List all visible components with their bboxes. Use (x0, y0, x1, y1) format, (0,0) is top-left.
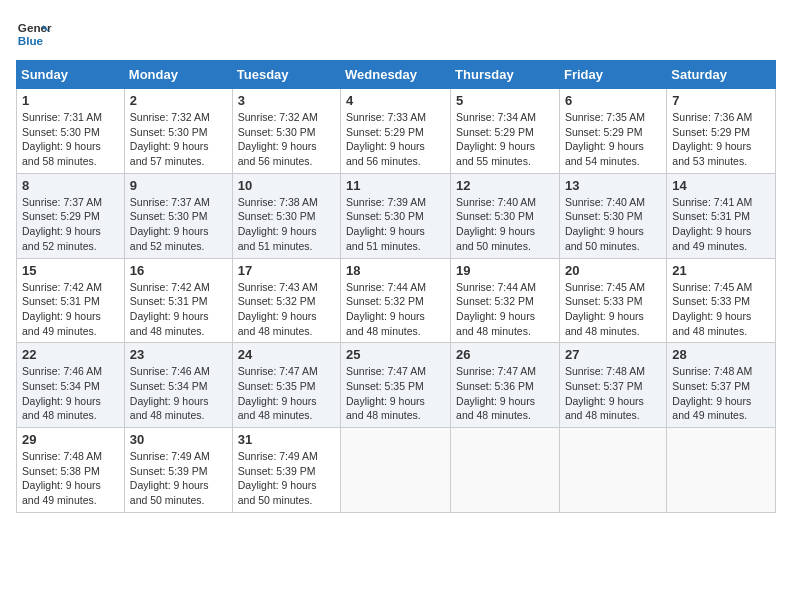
day-detail: Sunrise: 7:45 AM Sunset: 5:33 PM Dayligh… (672, 280, 770, 339)
day-number: 29 (22, 432, 119, 447)
day-number: 19 (456, 263, 554, 278)
calendar-cell (559, 428, 666, 513)
day-detail: Sunrise: 7:44 AM Sunset: 5:32 PM Dayligh… (346, 280, 445, 339)
header-sunday: Sunday (17, 61, 125, 89)
day-number: 16 (130, 263, 227, 278)
day-number: 27 (565, 347, 661, 362)
day-number: 17 (238, 263, 335, 278)
day-number: 20 (565, 263, 661, 278)
day-detail: Sunrise: 7:36 AM Sunset: 5:29 PM Dayligh… (672, 110, 770, 169)
day-detail: Sunrise: 7:33 AM Sunset: 5:29 PM Dayligh… (346, 110, 445, 169)
calendar-cell: 27 Sunrise: 7:48 AM Sunset: 5:37 PM Dayl… (559, 343, 666, 428)
svg-text:Blue: Blue (18, 34, 44, 47)
day-number: 23 (130, 347, 227, 362)
day-detail: Sunrise: 7:48 AM Sunset: 5:37 PM Dayligh… (672, 364, 770, 423)
calendar-cell: 20 Sunrise: 7:45 AM Sunset: 5:33 PM Dayl… (559, 258, 666, 343)
calendar-cell: 4 Sunrise: 7:33 AM Sunset: 5:29 PM Dayli… (341, 89, 451, 174)
calendar-cell: 2 Sunrise: 7:32 AM Sunset: 5:30 PM Dayli… (124, 89, 232, 174)
calendar-cell: 23 Sunrise: 7:46 AM Sunset: 5:34 PM Dayl… (124, 343, 232, 428)
day-detail: Sunrise: 7:38 AM Sunset: 5:30 PM Dayligh… (238, 195, 335, 254)
calendar-cell: 24 Sunrise: 7:47 AM Sunset: 5:35 PM Dayl… (232, 343, 340, 428)
calendar-cell: 16 Sunrise: 7:42 AM Sunset: 5:31 PM Dayl… (124, 258, 232, 343)
calendar-cell: 30 Sunrise: 7:49 AM Sunset: 5:39 PM Dayl… (124, 428, 232, 513)
calendar-cell: 12 Sunrise: 7:40 AM Sunset: 5:30 PM Dayl… (451, 173, 560, 258)
day-number: 28 (672, 347, 770, 362)
day-number: 6 (565, 93, 661, 108)
day-detail: Sunrise: 7:40 AM Sunset: 5:30 PM Dayligh… (456, 195, 554, 254)
day-number: 31 (238, 432, 335, 447)
day-number: 26 (456, 347, 554, 362)
day-number: 14 (672, 178, 770, 193)
calendar-cell: 29 Sunrise: 7:48 AM Sunset: 5:38 PM Dayl… (17, 428, 125, 513)
day-number: 30 (130, 432, 227, 447)
header-tuesday: Tuesday (232, 61, 340, 89)
calendar-cell: 26 Sunrise: 7:47 AM Sunset: 5:36 PM Dayl… (451, 343, 560, 428)
day-detail: Sunrise: 7:40 AM Sunset: 5:30 PM Dayligh… (565, 195, 661, 254)
day-detail: Sunrise: 7:31 AM Sunset: 5:30 PM Dayligh… (22, 110, 119, 169)
day-detail: Sunrise: 7:48 AM Sunset: 5:37 PM Dayligh… (565, 364, 661, 423)
day-number: 24 (238, 347, 335, 362)
day-detail: Sunrise: 7:46 AM Sunset: 5:34 PM Dayligh… (130, 364, 227, 423)
calendar-cell: 17 Sunrise: 7:43 AM Sunset: 5:32 PM Dayl… (232, 258, 340, 343)
calendar-cell: 1 Sunrise: 7:31 AM Sunset: 5:30 PM Dayli… (17, 89, 125, 174)
logo: General Blue (16, 16, 56, 52)
header-friday: Friday (559, 61, 666, 89)
day-detail: Sunrise: 7:39 AM Sunset: 5:30 PM Dayligh… (346, 195, 445, 254)
day-number: 21 (672, 263, 770, 278)
calendar-cell (341, 428, 451, 513)
calendar-body: 1 Sunrise: 7:31 AM Sunset: 5:30 PM Dayli… (17, 89, 776, 513)
day-detail: Sunrise: 7:32 AM Sunset: 5:30 PM Dayligh… (130, 110, 227, 169)
calendar-cell: 15 Sunrise: 7:42 AM Sunset: 5:31 PM Dayl… (17, 258, 125, 343)
logo-icon: General Blue (16, 16, 52, 52)
day-number: 8 (22, 178, 119, 193)
day-number: 3 (238, 93, 335, 108)
day-detail: Sunrise: 7:32 AM Sunset: 5:30 PM Dayligh… (238, 110, 335, 169)
day-number: 10 (238, 178, 335, 193)
day-detail: Sunrise: 7:37 AM Sunset: 5:30 PM Dayligh… (130, 195, 227, 254)
calendar-cell: 19 Sunrise: 7:44 AM Sunset: 5:32 PM Dayl… (451, 258, 560, 343)
day-detail: Sunrise: 7:41 AM Sunset: 5:31 PM Dayligh… (672, 195, 770, 254)
day-detail: Sunrise: 7:47 AM Sunset: 5:35 PM Dayligh… (346, 364, 445, 423)
calendar-cell: 9 Sunrise: 7:37 AM Sunset: 5:30 PM Dayli… (124, 173, 232, 258)
header-saturday: Saturday (667, 61, 776, 89)
day-detail: Sunrise: 7:37 AM Sunset: 5:29 PM Dayligh… (22, 195, 119, 254)
day-number: 18 (346, 263, 445, 278)
day-number: 12 (456, 178, 554, 193)
calendar-cell: 5 Sunrise: 7:34 AM Sunset: 5:29 PM Dayli… (451, 89, 560, 174)
svg-text:General: General (18, 21, 52, 34)
day-number: 7 (672, 93, 770, 108)
calendar-cell: 6 Sunrise: 7:35 AM Sunset: 5:29 PM Dayli… (559, 89, 666, 174)
day-detail: Sunrise: 7:43 AM Sunset: 5:32 PM Dayligh… (238, 280, 335, 339)
calendar-cell: 3 Sunrise: 7:32 AM Sunset: 5:30 PM Dayli… (232, 89, 340, 174)
header-wednesday: Wednesday (341, 61, 451, 89)
calendar-cell: 28 Sunrise: 7:48 AM Sunset: 5:37 PM Dayl… (667, 343, 776, 428)
calendar-cell: 14 Sunrise: 7:41 AM Sunset: 5:31 PM Dayl… (667, 173, 776, 258)
day-detail: Sunrise: 7:49 AM Sunset: 5:39 PM Dayligh… (238, 449, 335, 508)
calendar-cell (451, 428, 560, 513)
calendar-cell: 10 Sunrise: 7:38 AM Sunset: 5:30 PM Dayl… (232, 173, 340, 258)
calendar-cell: 13 Sunrise: 7:40 AM Sunset: 5:30 PM Dayl… (559, 173, 666, 258)
week-row-3: 15 Sunrise: 7:42 AM Sunset: 5:31 PM Dayl… (17, 258, 776, 343)
calendar-table: SundayMondayTuesdayWednesdayThursdayFrid… (16, 60, 776, 513)
day-detail: Sunrise: 7:42 AM Sunset: 5:31 PM Dayligh… (22, 280, 119, 339)
day-number: 4 (346, 93, 445, 108)
day-number: 15 (22, 263, 119, 278)
day-number: 2 (130, 93, 227, 108)
day-number: 25 (346, 347, 445, 362)
calendar-cell: 31 Sunrise: 7:49 AM Sunset: 5:39 PM Dayl… (232, 428, 340, 513)
day-number: 9 (130, 178, 227, 193)
day-detail: Sunrise: 7:45 AM Sunset: 5:33 PM Dayligh… (565, 280, 661, 339)
week-row-1: 1 Sunrise: 7:31 AM Sunset: 5:30 PM Dayli… (17, 89, 776, 174)
calendar-cell: 25 Sunrise: 7:47 AM Sunset: 5:35 PM Dayl… (341, 343, 451, 428)
calendar-cell (667, 428, 776, 513)
day-detail: Sunrise: 7:47 AM Sunset: 5:35 PM Dayligh… (238, 364, 335, 423)
day-number: 5 (456, 93, 554, 108)
header-monday: Monday (124, 61, 232, 89)
day-number: 1 (22, 93, 119, 108)
day-number: 13 (565, 178, 661, 193)
calendar-cell: 11 Sunrise: 7:39 AM Sunset: 5:30 PM Dayl… (341, 173, 451, 258)
week-row-4: 22 Sunrise: 7:46 AM Sunset: 5:34 PM Dayl… (17, 343, 776, 428)
day-detail: Sunrise: 7:46 AM Sunset: 5:34 PM Dayligh… (22, 364, 119, 423)
week-row-5: 29 Sunrise: 7:48 AM Sunset: 5:38 PM Dayl… (17, 428, 776, 513)
day-number: 11 (346, 178, 445, 193)
